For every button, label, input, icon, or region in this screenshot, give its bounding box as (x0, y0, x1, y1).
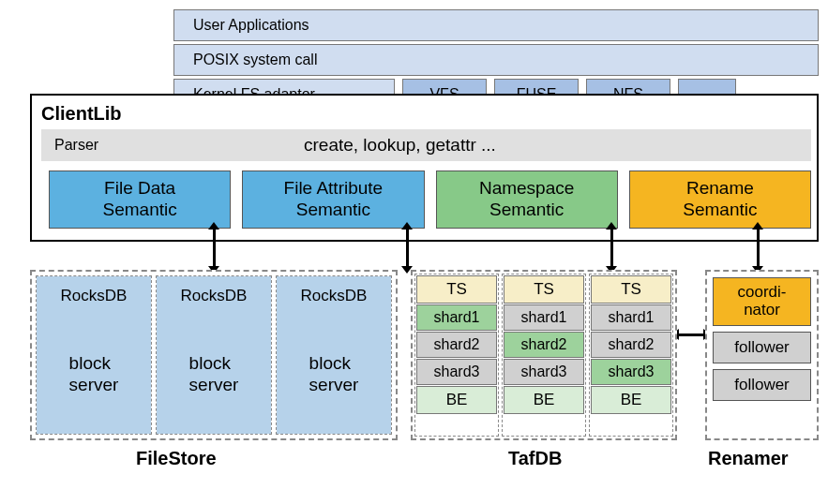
namespace-semantic: Namespace Semantic (436, 170, 618, 229)
tafdb-container: TS shard1 shard2 shard3 BE TS shard1 sha… (411, 270, 677, 440)
arrow-fileattr-up (401, 222, 413, 230)
filestore-col-2: RocksDB block server (156, 275, 272, 435)
posix-bar: POSIX system call (173, 44, 819, 76)
coordinator: coordi- nator (713, 277, 811, 326)
semantic-row: File Data Semantic File Attribute Semant… (49, 170, 811, 229)
shard2-col2: shard2 (504, 332, 584, 358)
ts-3: TS (591, 275, 671, 304)
renamer-label: Renamer (708, 448, 789, 469)
shard2-col1: shard2 (416, 332, 497, 358)
filestore-col-1: RocksDB block server (36, 275, 152, 435)
arrow-filedata-filestore-up (208, 222, 219, 230)
renamer-container: coordi- nator follower follower (705, 270, 819, 440)
filestore-label: FileStore (136, 448, 217, 469)
be-3: BE (591, 386, 671, 414)
arrow-namespace-line (610, 226, 613, 270)
shard3-col3: shard3 (591, 359, 671, 385)
tafdb-col-2: TS shard1 shard2 shard3 BE (502, 274, 586, 437)
block-server-2: block server (157, 316, 271, 434)
arrow-fileattr-line (406, 226, 409, 270)
shard1-col3: shard1 (591, 304, 671, 331)
shard2-col3: shard2 (591, 332, 671, 358)
shard1-col2: shard1 (504, 304, 584, 331)
be-1: BE (416, 386, 497, 414)
shard3-col1: shard3 (416, 359, 497, 385)
file-attribute-semantic: File Attribute Semantic (242, 170, 424, 229)
rocksdb-2: RocksDB (157, 276, 271, 316)
tafdb-label: TafDB (508, 448, 562, 469)
follower-2: follower (713, 369, 811, 401)
arrow-tafdb-renamer-line (677, 334, 705, 336)
arrow-namespace-up (606, 222, 617, 230)
parser-calls-text: create, lookup, getattr ... (304, 129, 496, 161)
arrow-filedata-filestore-line (213, 226, 216, 270)
rocksdb-1: RocksDB (37, 276, 151, 316)
user-applications-bar: User Applications (173, 9, 819, 41)
tafdb-col-1: TS shard1 shard2 shard3 BE (414, 274, 499, 437)
arrow-rename-line (757, 226, 760, 270)
block-server-3: block server (277, 316, 391, 434)
ts-2: TS (504, 275, 584, 304)
rocksdb-3: RocksDB (277, 276, 391, 316)
block-server-1: block server (37, 316, 151, 434)
follower-1: follower (713, 332, 811, 363)
ts-1: TS (416, 275, 497, 304)
shard3-col2: shard3 (504, 359, 584, 385)
arrow-rename-up (752, 222, 763, 230)
shard1-col1: shard1 (416, 304, 497, 331)
tafdb-col-3: TS shard1 shard2 shard3 BE (589, 274, 673, 437)
filestore-container: RocksDB block server RocksDB block serve… (30, 270, 398, 440)
file-data-semantic: File Data Semantic (49, 170, 231, 229)
clientlib-title: ClientLib (41, 103, 122, 125)
clientlib-container: ClientLib Parser create, lookup, getattr… (30, 94, 819, 242)
filestore-col-3: RocksDB block server (276, 275, 392, 435)
be-2: BE (504, 386, 584, 414)
rename-semantic: Rename Semantic (629, 170, 811, 229)
